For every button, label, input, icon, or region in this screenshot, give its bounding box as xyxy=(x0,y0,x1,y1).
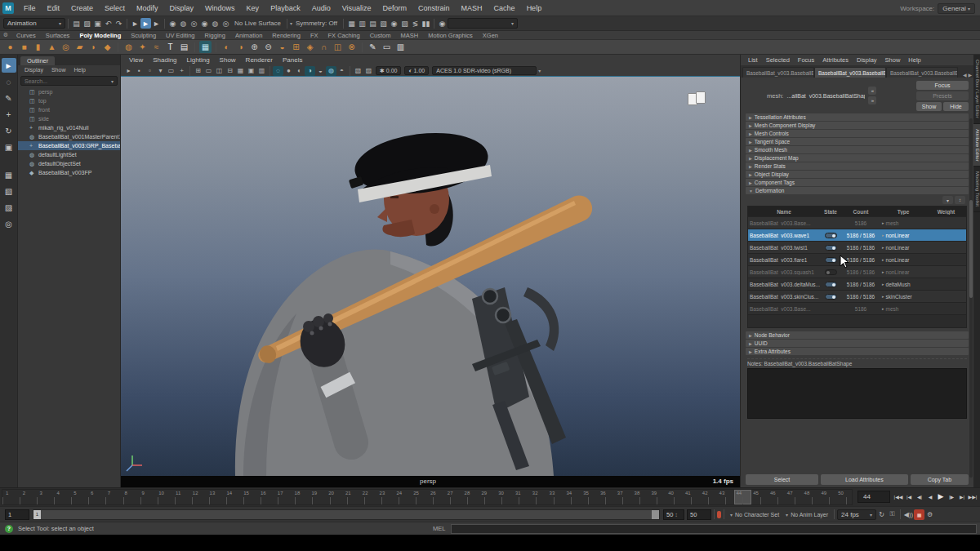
textured-icon[interactable]: ◐ xyxy=(294,66,305,76)
scale-tool[interactable]: ▣ xyxy=(2,140,16,154)
edit-edge-flow-icon[interactable]: ▭ xyxy=(381,41,393,53)
quick-selection-field[interactable]: ▾ xyxy=(448,18,518,29)
film-gate-icon[interactable]: ▭ xyxy=(203,66,214,76)
safe-action-icon[interactable]: ▣ xyxy=(246,66,256,76)
viewport-menu-panels[interactable]: Panels xyxy=(278,56,307,64)
outliner-menu-show[interactable]: Show xyxy=(48,67,69,73)
open-scene-icon[interactable]: ▨ xyxy=(82,18,92,29)
section-mesh-component-display[interactable]: ▶Mesh Component Display xyxy=(746,122,969,129)
quad-draw-icon[interactable]: ✎ xyxy=(367,41,379,53)
sculpt-tool-icon[interactable]: ◍ xyxy=(122,41,135,53)
show-button[interactable]: Show xyxy=(916,102,942,111)
mirror-icon[interactable]: ◫ xyxy=(332,41,344,53)
animation-end-field[interactable]: 50 xyxy=(687,509,711,520)
section-tangent-space[interactable]: ▶Tangent Space xyxy=(746,138,969,145)
shadows-icon[interactable]: ◒ xyxy=(315,66,326,76)
snap-to-view-planes-icon[interactable]: ◍ xyxy=(210,18,220,29)
poly-sphere-icon[interactable]: ● xyxy=(4,41,16,53)
copy-tab-button[interactable]: Copy Tab xyxy=(911,474,969,485)
viewport-menu-show[interactable]: Show xyxy=(215,56,241,64)
save-scene-icon[interactable]: ▣ xyxy=(92,18,103,29)
step-back-key-button[interactable]: ◀| xyxy=(915,490,924,503)
zoom-tool-icon[interactable]: ◎ xyxy=(2,216,16,231)
scrollbar[interactable] xyxy=(969,118,973,478)
ae-menu-help[interactable]: Help xyxy=(904,56,924,64)
ae-menu-list[interactable]: List xyxy=(744,56,762,64)
menu-display[interactable]: Display xyxy=(164,0,200,16)
table-row[interactable]: BaseballBat_v003.skinClus...5186 / 5186▸… xyxy=(748,291,966,303)
anim-layer-dropdown[interactable]: ▾No Anim Layer xyxy=(782,509,831,520)
field-chart-icon[interactable]: ▦ xyxy=(235,66,246,76)
audio-icon[interactable]: ◀)) xyxy=(903,509,914,520)
state-toggle[interactable] xyxy=(825,233,837,238)
go-to-start-button[interactable]: |◀◀ xyxy=(893,490,903,503)
mesh-name-field[interactable]: ...allBat_v003.BaseballBatShape xyxy=(786,93,865,99)
menu-modify[interactable]: Modify xyxy=(131,0,164,16)
presets-button[interactable]: Presets xyxy=(916,91,969,100)
range-slider-range[interactable] xyxy=(33,510,659,519)
shelf-tab-motion-graphics[interactable]: Motion Graphics xyxy=(423,32,478,39)
animation-start-field[interactable]: 1 xyxy=(5,509,29,520)
play-backwards-button[interactable]: ◀ xyxy=(925,490,935,503)
menu-select[interactable]: Select xyxy=(99,0,131,16)
poly-cylinder-icon[interactable]: ▮ xyxy=(32,41,44,53)
hypershade-icon[interactable]: ◉ xyxy=(389,18,399,29)
section-render-stats[interactable]: ▶Render Stats xyxy=(746,162,969,170)
filter-dropdown-icon[interactable]: ▾ xyxy=(942,196,953,204)
set-key-icon[interactable] xyxy=(717,511,721,518)
gate-mask-icon[interactable]: ⊟ xyxy=(225,66,235,76)
poly-torus-icon[interactable]: ◎ xyxy=(60,41,72,53)
section-extra-attributes[interactable]: ▶Extra Attributes xyxy=(746,348,969,355)
menu-playback[interactable]: Playback xyxy=(265,0,306,16)
column-header-name[interactable]: Name xyxy=(748,209,820,215)
state-toggle[interactable] xyxy=(825,245,837,251)
boolean-difference-icon[interactable]: ◑ xyxy=(234,41,247,53)
menu-constrain[interactable]: Constrain xyxy=(412,0,456,16)
motion-blur-icon[interactable]: ◓ xyxy=(336,66,347,76)
outliner-search[interactable]: ▾ xyxy=(20,76,118,86)
range-slider-track[interactable]: 1 xyxy=(33,509,660,520)
snap-to-curves-icon[interactable]: ◍ xyxy=(178,18,189,29)
outliner-item-master-parent[interactable]: ◍BaseballBat_v001MasterParent1 xyxy=(18,132,120,141)
state-toggle[interactable] xyxy=(825,294,837,300)
shelf-tab-rigging[interactable]: Rigging xyxy=(200,32,230,39)
shelf-gear-icon[interactable]: ⚙ xyxy=(0,32,11,39)
state-toggle[interactable] xyxy=(825,257,837,263)
isolate-select-icon[interactable]: ▦ xyxy=(2,167,16,182)
shelf-tab-fx[interactable]: FX xyxy=(305,32,323,39)
colorspace-dropdown[interactable]: ACES 1.0 SDR-video (sRGB) xyxy=(432,66,537,75)
snap-to-grids-icon[interactable]: ◉ xyxy=(167,18,178,29)
live-surface-label[interactable]: No Live Surface xyxy=(234,20,281,27)
play-forwards-button[interactable]: ▶ xyxy=(936,490,946,503)
side-tab-attribute-editor[interactable]: Attribute Editor xyxy=(973,124,980,167)
menu-file[interactable]: File xyxy=(18,0,42,16)
menu-mash[interactable]: MASH xyxy=(456,0,488,16)
viewport-menu-view[interactable]: View xyxy=(124,56,148,64)
isolate-select-vp-icon[interactable]: ▧ xyxy=(353,66,363,76)
table-row[interactable]: BaseballBat_v003.twist15186 / 5186▸nonLi… xyxy=(748,242,966,254)
animation-preferences-icon[interactable]: ⚙ xyxy=(924,509,935,520)
shaded-icon[interactable]: ● xyxy=(283,66,294,76)
next-node-icon[interactable]: » xyxy=(868,96,876,104)
insert-edge-loop-icon[interactable]: ▥ xyxy=(394,41,407,53)
table-row[interactable]: BaseballBat_v003.flare15186 / 5186▸nonLi… xyxy=(748,254,966,266)
section-mesh-controls[interactable]: ▶Mesh Controls xyxy=(746,130,969,137)
shelf-tab-mash[interactable]: MASH xyxy=(396,32,424,39)
outliner-title-tab[interactable]: Outliner xyxy=(20,56,55,65)
time-slider-track[interactable]: 1234567891011121314151617181920212223242… xyxy=(2,489,853,505)
wireframe-icon[interactable]: ◌ xyxy=(273,66,283,76)
project-curve-icon[interactable]: ⊗ xyxy=(345,41,358,53)
section-tessellation-attributes[interactable]: ▶Tessellation Attributes xyxy=(746,113,969,121)
ae-menu-show[interactable]: Show xyxy=(881,56,905,64)
view-gate-icon[interactable] xyxy=(688,91,709,106)
section-displacement-map[interactable]: ▶Displacement Map xyxy=(746,154,969,162)
move-tool[interactable]: + xyxy=(2,107,16,122)
shelf-tab-animation[interactable]: Animation xyxy=(230,32,267,39)
menu-windows[interactable]: Windows xyxy=(199,0,241,16)
poly-cone-icon[interactable]: ▲ xyxy=(46,41,58,53)
character-model[interactable] xyxy=(121,77,740,476)
gamma-field[interactable]: ◐ 1.00 xyxy=(404,66,429,75)
paint-select-tool[interactable]: ✎ xyxy=(2,91,16,105)
side-tab-channel-box-layer-editor[interactable]: Channel Box / Layer Editor xyxy=(973,55,980,124)
select-by-component-icon[interactable]: ► xyxy=(151,18,162,29)
